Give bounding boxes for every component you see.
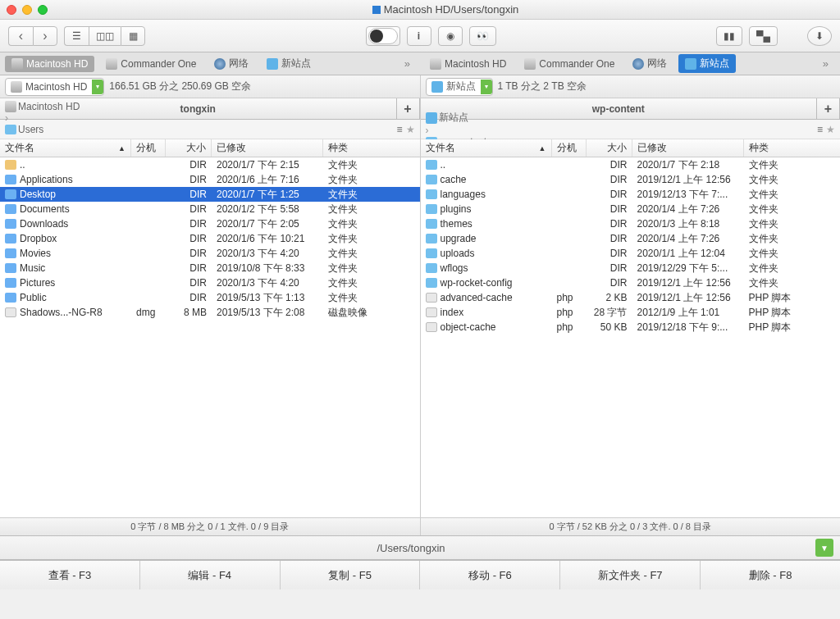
file-row[interactable]: PublicDIR2019/5/13 下午 1:13文件夹 bbox=[0, 290, 420, 305]
path-input[interactable] bbox=[7, 542, 815, 554]
folderk-icon bbox=[426, 234, 437, 244]
left-add-tab[interactable]: + bbox=[397, 98, 420, 119]
file-row[interactable]: advanced-cachephp2 KB2019/12/1 上午 12:56P… bbox=[421, 290, 841, 305]
file-row[interactable]: PicturesDIR2020/1/3 下午 4:20文件夹 bbox=[0, 275, 420, 290]
right-add-tab[interactable]: + bbox=[817, 98, 840, 119]
col-size[interactable]: 大小 bbox=[587, 139, 632, 157]
fn-button[interactable]: 删除 - F8 bbox=[701, 561, 840, 589]
list-mode-icon[interactable]: ≡ bbox=[817, 124, 823, 135]
right-volume-select[interactable]: 新站点 ▾ bbox=[426, 78, 493, 96]
file-row[interactable]: wp-rocket-configDIR2019/12/1 上午 12:56文件夹 bbox=[421, 275, 841, 290]
preview-button[interactable]: ◉ bbox=[438, 26, 463, 46]
network-button[interactable]: ▀▄ bbox=[749, 26, 778, 46]
volume-tab[interactable]: Commander One bbox=[518, 56, 621, 72]
file-row[interactable]: uploadsDIR2020/1/1 上午 12:04文件夹 bbox=[421, 246, 841, 261]
right-file-list[interactable]: ..DIR2020/1/7 下午 2:18文件夹cacheDIR2019/12/… bbox=[421, 157, 841, 517]
volume-tab[interactable]: Commander One bbox=[99, 56, 203, 72]
left-file-list[interactable]: ..DIR2020/1/7 下午 2:15文件夹ApplicationsDIR2… bbox=[0, 157, 420, 517]
fn-button[interactable]: 移动 - F6 bbox=[420, 561, 560, 589]
file-row[interactable]: ..DIR2020/1/7 下午 2:18文件夹 bbox=[421, 157, 841, 172]
list-mode-icon[interactable]: ≡ bbox=[396, 124, 402, 135]
minimize-window[interactable] bbox=[22, 5, 32, 15]
file-row[interactable]: indexphp28 字节2012/1/9 上午 1:01PHP 脚本 bbox=[421, 305, 841, 320]
breadcrumb-item[interactable]: Macintosh HD bbox=[5, 101, 80, 112]
folderk-icon bbox=[426, 278, 437, 288]
window-title: Macintosh HD/Users/tongxin bbox=[57, 3, 833, 16]
fn-button[interactable]: 复制 - F5 bbox=[281, 561, 421, 589]
info-button[interactable]: i bbox=[407, 26, 431, 46]
right-columns: 文件名▲ 分机 大小 已修改 种类 bbox=[421, 139, 841, 157]
volume-tab-strip: Macintosh HDCommander One网络新站点 » Macinto… bbox=[0, 52, 840, 75]
breadcrumb-item[interactable]: 新站点 bbox=[426, 111, 487, 125]
folder-icon bbox=[5, 219, 16, 229]
col-name[interactable]: 文件名▲ bbox=[0, 139, 131, 157]
folder-icon bbox=[5, 248, 16, 258]
col-ext[interactable]: 分机 bbox=[131, 139, 166, 157]
col-kind[interactable]: 种类 bbox=[323, 139, 420, 157]
folderk-icon bbox=[426, 160, 437, 170]
file-icon bbox=[426, 322, 437, 332]
folder-icon bbox=[5, 293, 16, 303]
volume-tab[interactable]: 新站点 bbox=[260, 54, 317, 73]
path-go-button[interactable]: ▼ bbox=[815, 539, 833, 557]
col-name[interactable]: 文件名▲ bbox=[421, 139, 552, 157]
file-row[interactable]: MoviesDIR2020/1/3 下午 4:20文件夹 bbox=[0, 246, 420, 261]
folderk-icon bbox=[426, 189, 437, 199]
file-row[interactable]: themesDIR2020/1/3 上午 8:18文件夹 bbox=[421, 216, 841, 231]
col-ext[interactable]: 分机 bbox=[552, 139, 587, 157]
site-icon bbox=[431, 81, 443, 93]
view-list[interactable]: ☰ bbox=[64, 26, 89, 46]
file-icon bbox=[426, 293, 437, 303]
file-row[interactable]: DesktopDIR2020/1/7 下午 1:25文件夹 bbox=[0, 187, 420, 202]
file-row[interactable]: Shadows...-NG-R8dmg8 MB2019/5/13 下午 2:08… bbox=[0, 305, 420, 320]
file-row[interactable]: DropboxDIR2020/1/6 下午 10:21文件夹 bbox=[0, 231, 420, 246]
download-button[interactable]: ⬇ bbox=[807, 26, 832, 46]
close-window[interactable] bbox=[7, 5, 16, 15]
volume-tab[interactable]: Macintosh HD bbox=[5, 56, 94, 72]
col-date[interactable]: 已修改 bbox=[632, 139, 744, 157]
file-row[interactable]: languagesDIR2019/12/13 下午 7:...文件夹 bbox=[421, 187, 841, 202]
col-size[interactable]: 大小 bbox=[166, 139, 212, 157]
view-grid[interactable]: ▦ bbox=[121, 26, 145, 46]
view-mode-group: ☰ ◫◫ ▦ bbox=[64, 26, 145, 46]
toggle-switch[interactable] bbox=[366, 26, 400, 46]
archive-button[interactable]: ▮▮ bbox=[716, 26, 742, 46]
volume-tab[interactable]: 网络 bbox=[626, 54, 673, 73]
folderk-icon bbox=[426, 219, 437, 229]
back-button[interactable]: ‹ bbox=[8, 26, 33, 46]
left-volume-bar: Macintosh HD ▾ 166.51 GB 分之 250.69 GB 空余 bbox=[0, 75, 420, 98]
titlebar: Macintosh HD/Users/tongxin bbox=[0, 0, 840, 20]
file-row[interactable]: ApplicationsDIR2020/1/6 上午 7:16文件夹 bbox=[0, 172, 420, 187]
maximize-window[interactable] bbox=[38, 5, 48, 15]
file-row[interactable]: cacheDIR2019/12/1 上午 12:56文件夹 bbox=[421, 172, 841, 187]
fn-button[interactable]: 新文件夹 - F7 bbox=[560, 561, 701, 589]
folder-icon bbox=[5, 204, 16, 214]
favorite-icon[interactable]: ★ bbox=[826, 124, 835, 135]
binoculars-button[interactable]: 👀 bbox=[469, 26, 496, 46]
col-date[interactable]: 已修改 bbox=[212, 139, 323, 157]
file-row[interactable]: pluginsDIR2020/1/4 上午 7:26文件夹 bbox=[421, 202, 841, 216]
volume-tab[interactable]: Macintosh HD bbox=[423, 56, 513, 72]
volume-tab[interactable]: 网络 bbox=[208, 54, 255, 73]
left-volume-select[interactable]: Macintosh HD ▾ bbox=[5, 78, 104, 96]
fn-button[interactable]: 编辑 - F4 bbox=[140, 561, 281, 589]
file-icon bbox=[426, 307, 437, 317]
fn-button[interactable]: 查看 - F3 bbox=[0, 561, 140, 589]
col-kind[interactable]: 种类 bbox=[744, 139, 841, 157]
forward-button[interactable]: › bbox=[33, 26, 57, 46]
view-columns[interactable]: ◫◫ bbox=[89, 26, 121, 46]
file-row[interactable]: MusicDIR2019/10/8 下午 8:33文件夹 bbox=[0, 261, 420, 275]
file-row[interactable]: DocumentsDIR2020/1/2 下午 5:58文件夹 bbox=[0, 202, 420, 216]
more-left-icon[interactable]: » bbox=[398, 57, 417, 70]
app-icon bbox=[372, 6, 381, 14]
breadcrumb-item[interactable]: Users bbox=[5, 124, 80, 135]
file-row[interactable]: wflogsDIR2019/12/29 下午 5:...文件夹 bbox=[421, 261, 841, 275]
more-right-icon[interactable]: » bbox=[816, 57, 835, 70]
file-row[interactable]: upgradeDIR2020/1/4 上午 7:26文件夹 bbox=[421, 231, 841, 246]
home-icon bbox=[5, 160, 16, 170]
file-row[interactable]: DownloadsDIR2020/1/7 下午 2:05文件夹 bbox=[0, 216, 420, 231]
file-row[interactable]: object-cachephp50 KB2019/12/18 下午 9:...P… bbox=[421, 320, 841, 335]
volume-tab[interactable]: 新站点 bbox=[678, 54, 736, 73]
favorite-icon[interactable]: ★ bbox=[406, 124, 415, 135]
file-row[interactable]: ..DIR2020/1/7 下午 2:15文件夹 bbox=[0, 157, 420, 172]
